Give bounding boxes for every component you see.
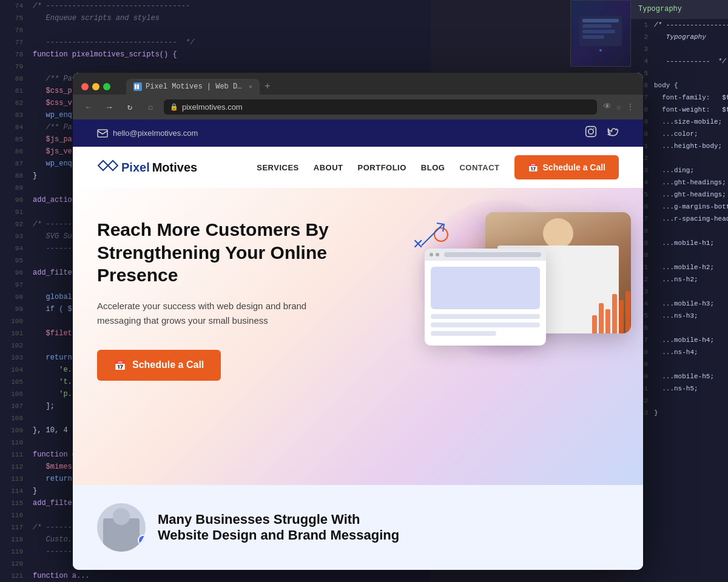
- right-line-code-text: ...mobile-h3;: [654, 298, 714, 310]
- calendar-icon: 📅: [528, 162, 538, 172]
- line-number: 117: [5, 521, 23, 534]
- nav-link-about[interactable]: ABOUT: [314, 163, 343, 172]
- address-bar[interactable]: 🔒 pixelmotives.com: [164, 99, 597, 115]
- line-number: 115: [5, 497, 23, 509]
- line-number: 74: [5, 0, 23, 12]
- line-code-text: Enqueue scripts and styles: [33, 12, 160, 24]
- site-logo: Pixel Motives: [97, 158, 197, 176]
- right-line-code-text: ...color;: [654, 128, 698, 140]
- traffic-light-green[interactable]: [103, 83, 110, 90]
- site-nav-links: SERVICES ABOUT PORTFOLIO BLOG CONTACT 📅 …: [257, 155, 619, 179]
- bar-4: [619, 300, 624, 333]
- traffic-light-yellow[interactable]: [92, 83, 99, 90]
- right-line-code-text: ...ns-h2;: [654, 273, 698, 286]
- browser-tab-active[interactable]: Pixel Motives | Web Design an... ✕: [126, 79, 260, 95]
- line-number: 118: [5, 534, 23, 546]
- nav-home-button[interactable]: ⌂: [143, 100, 158, 115]
- line-code-text: /* ---------------------------------: [33, 0, 190, 12]
- browser-mockup-card: [425, 249, 546, 346]
- right-code-line: 11 ...height-body;: [631, 140, 728, 152]
- code-line: 78function pixelmotives_scripts() {: [0, 48, 431, 61]
- mockup-img-block: [431, 267, 540, 309]
- line-number: 94: [5, 242, 23, 255]
- right-line-number: 1: [636, 19, 648, 31]
- right-code-line: 4 ----------- */: [631, 55, 728, 67]
- nav-link-services[interactable]: SERVICES: [257, 163, 299, 172]
- right-line-code-text: ----------- */: [654, 55, 726, 67]
- right-code-line: 25 ...ns-h3;: [631, 310, 728, 322]
- right-code-line: 3: [631, 43, 728, 55]
- right-line-code-text: font-family: $font-body;: [654, 92, 728, 104]
- thumbnail-inner: [571, 1, 630, 66]
- line-number: 100: [5, 315, 23, 327]
- line-number: 93: [5, 230, 23, 242]
- line-number: 106: [5, 388, 23, 400]
- right-code-line: 16 ...g-margins-bottom;: [631, 201, 728, 213]
- bar-5: [625, 291, 630, 333]
- nav-link-contact[interactable]: CONTACT: [459, 163, 499, 172]
- site-topbar: hello@pixelmotives.com: [73, 119, 643, 147]
- bar-2: [605, 309, 610, 333]
- right-code-line: 30 ...mobile-h5;: [631, 370, 728, 383]
- line-number: 101: [5, 327, 23, 340]
- line-number: 78: [5, 48, 23, 61]
- mockup-topbar: [425, 249, 546, 261]
- line-number: 85: [5, 133, 23, 146]
- line-code-text: function a...: [33, 570, 90, 582]
- line-number: 109: [5, 424, 23, 436]
- right-code-line: 12: [631, 152, 728, 164]
- right-line-code-text: ...mobile-h1;: [654, 237, 714, 249]
- right-code-line: 26: [631, 322, 728, 334]
- right-line-code-text: ...ght-headings;: [654, 176, 726, 189]
- tab-title: Pixel Motives | Web Design an...: [146, 82, 245, 91]
- right-line-code-text: ...ns-h5;: [654, 383, 698, 395]
- right-code-line: 17 ...r-spacing-headings;: [631, 213, 728, 225]
- right-code-line: 15 ...ght-headings;: [631, 189, 728, 201]
- instagram-icon[interactable]: [585, 125, 597, 141]
- line-number: 89: [5, 182, 23, 194]
- right-code-line: 33}: [631, 407, 728, 419]
- line-number: 87: [5, 158, 23, 170]
- right-code-line: 9 ...size-mobile;: [631, 116, 728, 128]
- site-bottom-section: Many Businesses Struggle With Website De…: [73, 485, 643, 570]
- right-code-line: 2 Typography: [631, 31, 728, 43]
- hero-schedule-button[interactable]: 📅 Schedule a Call: [97, 350, 221, 381]
- mockup-line-2: [431, 323, 540, 327]
- menu-icon[interactable]: ⋮: [626, 102, 635, 112]
- nav-forward-button[interactable]: →: [102, 100, 116, 115]
- line-number: 120: [5, 558, 23, 570]
- nav-link-portfolio[interactable]: PORTFOLIO: [358, 163, 406, 172]
- svg-rect-2: [98, 130, 107, 137]
- line-number: 84: [5, 121, 23, 133]
- bar-3: [612, 294, 617, 333]
- right-code-line: 24 ...mobile-h3;: [631, 298, 728, 310]
- eye-off-icon[interactable]: 👁: [603, 102, 612, 112]
- line-number: 92: [5, 218, 23, 230]
- nav-schedule-button[interactable]: 📅 Schedule a Call: [514, 155, 619, 179]
- toolbar-icons: 👁 ☆ ⋮: [603, 102, 635, 112]
- logo-svg: [97, 158, 119, 173]
- nav-reload-button[interactable]: ↻: [123, 100, 137, 115]
- tab-close-button[interactable]: ✕: [249, 83, 252, 90]
- right-code-line: 29: [631, 358, 728, 370]
- bookmark-icon[interactable]: ☆: [616, 102, 621, 112]
- line-number: 83: [5, 109, 23, 121]
- line-number: 116: [5, 509, 23, 521]
- line-code-text: ];: [33, 400, 55, 412]
- right-line-code-text: ...ns-h4;: [654, 346, 698, 358]
- right-line-code-text: }: [654, 407, 658, 419]
- new-tab-button[interactable]: +: [265, 81, 271, 92]
- code-editor-right: Typography 1/* ----------------2 Typogra…: [631, 0, 728, 582]
- nav-back-button[interactable]: ←: [81, 100, 96, 115]
- code-thumbnail: [570, 0, 631, 67]
- deco-arrow: [419, 218, 449, 251]
- browser-chrome: Pixel Motives | Web Design an... ✕ + ← →…: [73, 73, 643, 119]
- social-icon-2[interactable]: [607, 125, 619, 141]
- traffic-light-red[interactable]: [81, 83, 89, 90]
- browser-window: Pixel Motives | Web Design an... ✕ + ← →…: [73, 73, 643, 570]
- line-number: 97: [5, 279, 23, 291]
- nav-link-blog[interactable]: BLOG: [421, 163, 445, 172]
- code-line: 79: [0, 61, 431, 73]
- code-line: 76: [0, 24, 431, 36]
- line-number: 119: [5, 546, 23, 558]
